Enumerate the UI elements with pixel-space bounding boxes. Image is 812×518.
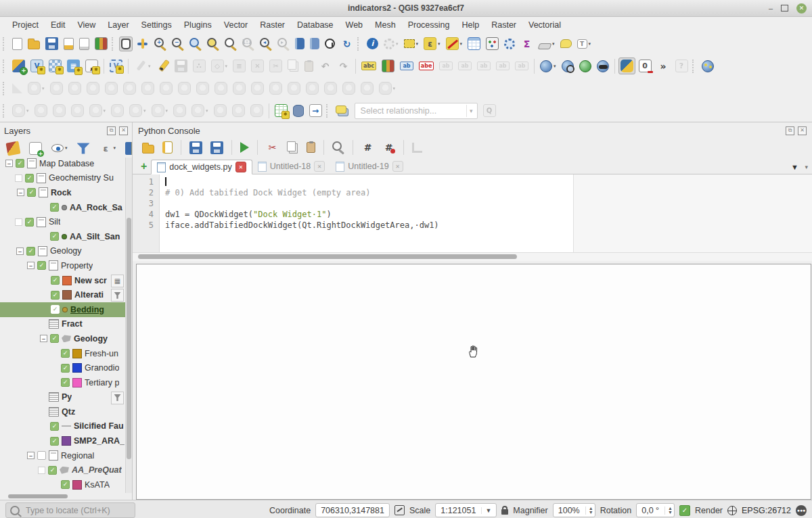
metasearch-button[interactable]: ▾	[538, 58, 558, 74]
processing-toolbox-button[interactable]	[502, 37, 517, 51]
show-layout-manager-button[interactable]	[77, 36, 91, 52]
menu-view[interactable]: View	[72, 19, 101, 31]
close-icon[interactable]: ✕	[796, 3, 807, 14]
minimize-icon[interactable]: –	[769, 5, 773, 12]
refresh-map-button[interactable]: ↻	[338, 35, 355, 52]
relationship-button[interactable]	[334, 103, 351, 118]
filter-indicator-icon[interactable]	[111, 289, 124, 302]
add-mesh-layer-button[interactable]: ▦	[65, 57, 82, 74]
layer-diagram-button[interactable]	[380, 57, 397, 74]
layer-item-fract[interactable]: Fract	[0, 317, 126, 332]
pan-to-selection-button[interactable]	[134, 35, 151, 52]
close-panel-icon[interactable]: ✕	[119, 126, 128, 135]
expander-icon[interactable]: −	[5, 160, 13, 167]
code-area[interactable]: # 0) Add tabified Dock Widget (empty are…	[160, 174, 812, 252]
menu-layer[interactable]: Layer	[102, 19, 134, 31]
temporal-controller-button[interactable]	[323, 37, 337, 51]
layer-checkbox[interactable]: ✓	[50, 203, 59, 212]
layer-item-py[interactable]: Py	[0, 390, 126, 405]
open-attribute-table-button[interactable]	[466, 35, 482, 52]
uncomment-button[interactable]: #	[380, 139, 397, 156]
spinner-arrows-icon[interactable]: ▲▼	[585, 507, 593, 515]
log-messages-icon[interactable]: ●●●	[796, 505, 807, 516]
filter-by-expression-button[interactable]: ε▾	[97, 140, 118, 157]
layer-item-tertiary-p[interactable]: ✓Tertiary p	[0, 375, 126, 390]
select-features-button[interactable]: ▾	[402, 37, 421, 50]
layer-item-bedding[interactable]: ✓Bedding	[0, 302, 126, 317]
text-annotation-button[interactable]: T▾	[575, 37, 593, 51]
db-manager-button[interactable]	[291, 103, 306, 119]
menu-settings[interactable]: Settings	[136, 19, 177, 31]
osm-place-search-button[interactable]	[595, 58, 611, 74]
layer-checkbox[interactable]: ✓	[26, 247, 35, 256]
select-relationship-select[interactable]: Select relationship...▾	[355, 103, 478, 119]
menu-vector[interactable]: Vector	[219, 19, 253, 31]
identify-features-button[interactable]: i	[365, 36, 380, 51]
zoom-in-button[interactable]: +	[152, 36, 168, 52]
menu-mesh[interactable]: Mesh	[369, 19, 401, 31]
editor-horizontal-scrollbar[interactable]	[133, 252, 812, 261]
spinner-arrows-icon[interactable]: ▲▼	[664, 507, 673, 515]
layer-checkbox[interactable]: ✓	[61, 349, 70, 358]
zoom-full-extent-button[interactable]	[187, 36, 204, 52]
layer-item-silcified-fau[interactable]: ✓Silcified Fau	[0, 419, 126, 434]
layer-labeling-button[interactable]: abc	[359, 60, 378, 72]
float-panel-icon[interactable]: ⧉	[107, 126, 116, 135]
magnifier-spinner[interactable]: 100% ▲▼	[553, 503, 595, 517]
save-script-as-button[interactable]	[208, 139, 225, 156]
layer-checkbox[interactable]: ✓	[50, 437, 59, 446]
layer-item-fresh-un[interactable]: ✓Fresh-un	[0, 346, 126, 361]
run-script-button[interactable]	[238, 140, 251, 155]
zoom-last-button[interactable]: ◂	[258, 36, 274, 52]
search-geodata-button[interactable]	[560, 58, 576, 74]
expander-icon[interactable]: −	[27, 452, 35, 459]
zoom-to-selection-button[interactable]	[205, 36, 221, 52]
extents-icon[interactable]	[394, 505, 405, 515]
layer-item-qtz[interactable]: Qtz	[0, 404, 126, 419]
map-canvas[interactable]	[136, 264, 811, 500]
zoom-to-layer-button[interactable]	[223, 36, 239, 52]
tab-close-icon[interactable]: ✕	[314, 161, 325, 172]
menu-edit[interactable]: Edit	[45, 19, 71, 31]
expander-icon[interactable]	[38, 467, 45, 474]
pan-map-button[interactable]	[119, 37, 133, 51]
manage-map-themes-button[interactable]: ▾	[49, 142, 70, 154]
tab-list-icon[interactable]: ▼	[791, 163, 798, 171]
scrollbar-thumb[interactable]	[138, 254, 517, 259]
layer-checkbox[interactable]: ✓	[61, 480, 70, 489]
layer-item-silt[interactable]: ✓Silt	[0, 214, 126, 229]
menu-database[interactable]: Database	[292, 19, 339, 31]
pin-labels-button[interactable]: ab	[398, 60, 415, 72]
menu-project[interactable]: Project	[7, 19, 44, 31]
open-project-button[interactable]	[26, 36, 42, 51]
memory-indicator-icon[interactable]	[111, 275, 124, 287]
statistics-panel-button[interactable]	[484, 35, 501, 52]
render-checkbox[interactable]: ✓	[679, 505, 690, 516]
layer-checkbox[interactable]	[37, 451, 46, 460]
save-project-button[interactable]	[43, 35, 60, 52]
layer-item-granodio[interactable]: ✓Granodio	[0, 360, 126, 375]
zoom-out-button[interactable]: −	[170, 36, 186, 52]
menu-raster[interactable]: Raster	[486, 19, 522, 31]
layer-item-aa-rock-sa[interactable]: ✓AA_Rock_Sa	[0, 200, 126, 215]
deselect-features-button[interactable]: ▾	[444, 35, 465, 52]
layer-checkbox[interactable]: ✓	[51, 291, 60, 300]
layer-item-aa-silt-san[interactable]: ✓AA_Silt_San	[0, 229, 126, 244]
layers-vertical-scrollbar[interactable]	[125, 158, 132, 493]
layer-item-smp2-ara[interactable]: ✓SMP2_ARA_	[0, 433, 126, 448]
rotation-spinner[interactable]: 0,0 ° ▲▼	[636, 503, 675, 517]
toggle-editing-button[interactable]	[154, 57, 171, 74]
digitizing-counter-plugin-button[interactable]: 0	[637, 57, 654, 74]
layer-checkbox[interactable]: ✓	[25, 218, 34, 227]
layer-item-regional[interactable]: −Regional	[0, 448, 126, 463]
crs-globe-icon[interactable]	[727, 506, 737, 515]
open-layer-styling-button[interactable]	[5, 140, 22, 157]
expander-icon[interactable]: −	[17, 189, 24, 196]
filter-legend-button[interactable]	[75, 140, 92, 157]
locate-box[interactable]	[5, 502, 135, 518]
menu-vectorial[interactable]: Vectorial	[523, 19, 566, 31]
layer-item-new-scr[interactable]: ✓New scr	[0, 273, 126, 288]
new-virtual-layer-button[interactable]: V	[108, 57, 125, 74]
tab-close-icon[interactable]: ✕	[392, 161, 403, 172]
layer-item-aa-prequat[interactable]: ✓AA_PreQuat	[0, 463, 126, 477]
